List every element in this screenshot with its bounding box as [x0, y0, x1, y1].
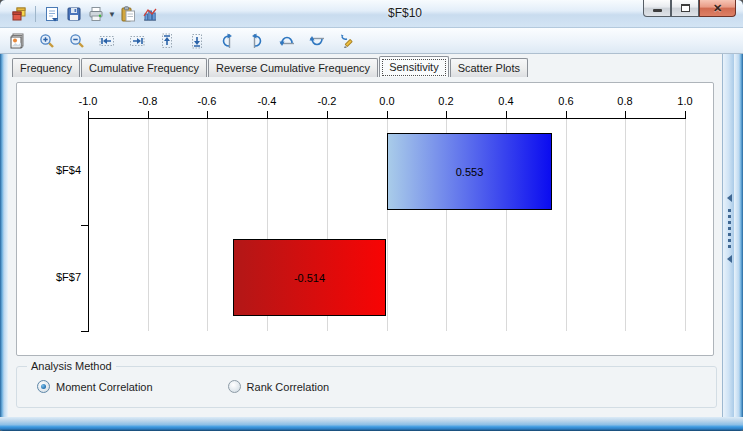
y-axis-line	[88, 118, 89, 332]
analysis-method-label: Analysis Method	[27, 360, 116, 372]
x-axis-tick	[88, 111, 89, 118]
window-border-left	[0, 28, 8, 431]
x-axis-line	[88, 118, 686, 119]
shrink-horizontal-icon[interactable]	[96, 30, 118, 52]
rotate-right-icon[interactable]	[246, 30, 268, 52]
radio-moment-correlation[interactable]: Moment Correlation	[37, 380, 153, 393]
tab-page-area: Frequency Cumulative Frequency Reverse C…	[8, 54, 722, 417]
edit-pointer-icon[interactable]	[336, 30, 358, 52]
shrink-vertical-icon[interactable]	[186, 30, 208, 52]
minimize-icon	[653, 9, 662, 12]
print-icon[interactable]	[85, 3, 107, 25]
radio-label: Moment Correlation	[56, 381, 153, 393]
window-border-bottom	[0, 417, 743, 431]
x-axis-tick	[446, 111, 447, 118]
tab-label: Reverse Cumulative Frequency	[216, 62, 370, 74]
app-windows-icon[interactable]	[8, 3, 30, 25]
window-border-right	[734, 28, 743, 431]
x-axis-tick-label: 0.4	[498, 95, 513, 107]
tab-reverse-cumulative-frequency[interactable]: Reverse Cumulative Frequency	[208, 58, 378, 77]
x-axis-tick	[267, 111, 268, 118]
zoom-out-icon[interactable]	[66, 30, 88, 52]
maximize-icon	[681, 4, 690, 12]
window-controls: ✕	[643, 0, 736, 17]
minimize-button[interactable]	[643, 0, 671, 17]
toolbar-separator	[35, 6, 36, 22]
x-gridline	[566, 118, 567, 331]
x-gridline	[148, 118, 149, 331]
tab-label: Scatter Plots	[458, 62, 520, 74]
sensitivity-bar[interactable]: -0.514	[233, 239, 386, 316]
tab-scatter-plots[interactable]: Scatter Plots	[450, 58, 528, 77]
x-axis-tick	[327, 111, 328, 118]
x-axis-tick-label: -1.0	[79, 95, 98, 107]
x-axis-tick-label: 0.0	[379, 95, 394, 107]
x-axis-tick-label: 0.8	[617, 95, 632, 107]
x-axis-tick	[387, 111, 388, 118]
splitter-grip-icon	[728, 209, 731, 248]
radio-button-icon	[37, 380, 50, 393]
x-gridline	[207, 118, 208, 331]
chart-icon[interactable]	[139, 3, 161, 25]
x-axis-tick	[506, 111, 507, 118]
close-icon: ✕	[713, 2, 722, 15]
x-axis-tick-label: 0.2	[438, 95, 453, 107]
tab-label: Frequency	[20, 62, 72, 74]
rotate-up-icon[interactable]	[276, 30, 298, 52]
bar-value-label: 0.553	[456, 166, 484, 178]
x-axis-tick	[625, 111, 626, 118]
paste-icon[interactable]	[117, 3, 139, 25]
y-axis-tick	[81, 331, 88, 332]
expand-horizontal-icon[interactable]	[126, 30, 148, 52]
collapse-left-icon	[727, 255, 732, 263]
maximize-button[interactable]	[671, 0, 699, 17]
category-label: $F$4	[35, 164, 81, 176]
print-dropdown-icon[interactable]: ▼	[107, 3, 117, 25]
sensitivity-chart: -1.0-0.8-0.6-0.4-0.20.00.20.40.60.81.00.…	[16, 82, 714, 356]
report-icon[interactable]	[41, 3, 63, 25]
side-panel-splitter[interactable]	[722, 54, 734, 417]
window-title: $F$10	[388, 6, 422, 20]
copy-image-icon[interactable]	[6, 30, 28, 52]
rotate-left-icon[interactable]	[216, 30, 238, 52]
x-gridline	[625, 118, 626, 331]
x-axis-tick	[566, 111, 567, 118]
sensitivity-bar[interactable]: 0.553	[387, 133, 552, 210]
x-axis-tick	[148, 111, 149, 118]
tab-label: Sensitivity	[389, 61, 439, 73]
radio-rank-correlation[interactable]: Rank Correlation	[228, 380, 330, 393]
save-icon[interactable]	[63, 3, 85, 25]
x-gridline	[685, 118, 686, 331]
x-axis-tick-label: -0.6	[198, 95, 217, 107]
x-axis-tick-label: -0.4	[258, 95, 277, 107]
x-axis-tick	[207, 111, 208, 118]
forecast-window: ▼ $F$10	[0, 0, 743, 431]
analysis-method-group: Analysis Method Moment Correlation Rank …	[16, 366, 717, 408]
collapse-left-icon	[727, 194, 732, 202]
bar-value-label: -0.514	[294, 272, 325, 284]
x-axis-tick-label: 0.6	[558, 95, 573, 107]
x-axis-tick-label: -0.2	[318, 95, 337, 107]
title-bar[interactable]: ▼ $F$10	[0, 0, 743, 28]
tab-label: Cumulative Frequency	[89, 62, 199, 74]
tab-frequency[interactable]: Frequency	[12, 58, 80, 77]
graph-toolbar	[0, 28, 743, 54]
x-axis-tick-label: 1.0	[677, 95, 692, 107]
x-axis-tick-label: -0.8	[139, 95, 158, 107]
splitter-handle[interactable]	[725, 194, 733, 263]
zoom-in-icon[interactable]	[36, 30, 58, 52]
tab-cumulative-frequency[interactable]: Cumulative Frequency	[81, 58, 207, 77]
rotate-down-icon[interactable]	[306, 30, 328, 52]
tab-strip: Frequency Cumulative Frequency Reverse C…	[12, 57, 529, 77]
expand-vertical-icon[interactable]	[156, 30, 178, 52]
radio-button-icon	[228, 380, 241, 393]
main-toolbar: ▼	[8, 3, 161, 25]
category-label: $F$7	[35, 271, 81, 283]
analysis-method-options: Moment Correlation Rank Correlation	[37, 380, 404, 393]
radio-label: Rank Correlation	[247, 381, 330, 393]
close-button[interactable]: ✕	[699, 0, 736, 17]
y-axis-tick	[81, 225, 88, 226]
x-axis-tick	[685, 111, 686, 118]
tab-sensitivity[interactable]: Sensitivity	[379, 56, 449, 77]
